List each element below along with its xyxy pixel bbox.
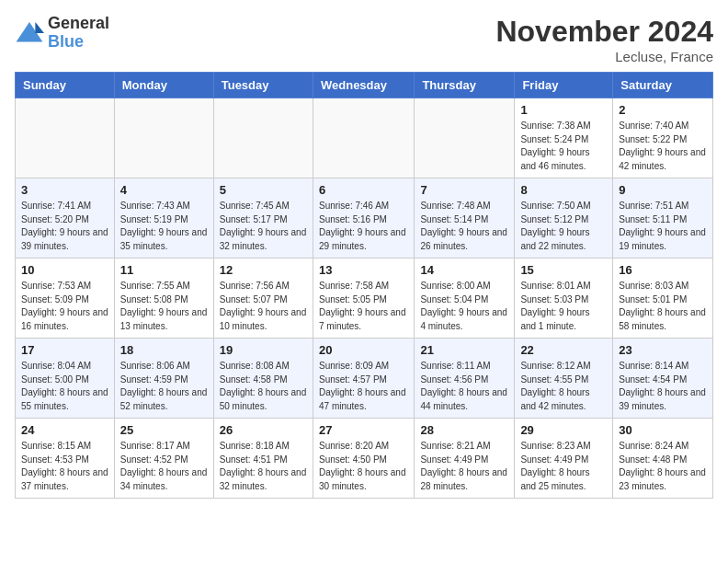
calendar-cell: 26Sunrise: 8:18 AMSunset: 4:51 PMDayligh… <box>213 419 313 499</box>
day-info: Sunrise: 7:38 AMSunset: 5:24 PMDaylight:… <box>520 120 607 173</box>
day-info: Sunrise: 8:14 AMSunset: 4:54 PMDaylight:… <box>619 360 707 413</box>
day-number: 16 <box>619 263 707 277</box>
day-info: Sunrise: 8:03 AMSunset: 5:01 PMDaylight:… <box>619 280 707 333</box>
calendar-table: SundayMondayTuesdayWednesdayThursdayFrid… <box>15 72 713 499</box>
calendar-week-4: 17Sunrise: 8:04 AMSunset: 5:00 PMDayligh… <box>16 339 713 419</box>
svg-marker-1 <box>35 22 44 33</box>
day-number: 29 <box>520 423 607 437</box>
day-info: Sunrise: 8:20 AMSunset: 4:50 PMDaylight:… <box>319 440 408 493</box>
calendar-cell: 6Sunrise: 7:46 AMSunset: 5:16 PMDaylight… <box>313 178 414 259</box>
day-info: Sunrise: 7:55 AMSunset: 5:08 PMDaylight:… <box>120 280 208 333</box>
calendar-cell: 19Sunrise: 8:08 AMSunset: 4:58 PMDayligh… <box>213 339 313 419</box>
calendar-cell: 8Sunrise: 7:50 AMSunset: 5:12 PMDaylight… <box>515 178 613 259</box>
logo-text: General Blue <box>48 15 109 52</box>
day-info: Sunrise: 7:43 AMSunset: 5:19 PMDaylight:… <box>120 200 208 253</box>
location: Lecluse, France <box>495 49 713 64</box>
calendar-week-1: 1Sunrise: 7:38 AMSunset: 5:24 PMDaylight… <box>16 98 713 178</box>
calendar-cell: 3Sunrise: 7:41 AMSunset: 5:20 PMDaylight… <box>16 178 115 259</box>
calendar-cell: 30Sunrise: 8:24 AMSunset: 4:48 PMDayligh… <box>613 419 713 499</box>
day-number: 14 <box>420 263 508 277</box>
day-info: Sunrise: 8:17 AMSunset: 4:52 PMDaylight:… <box>120 440 208 493</box>
day-number: 12 <box>220 263 307 277</box>
title-section: November 2024 Lecluse, France <box>495 15 713 64</box>
calendar-cell: 18Sunrise: 8:06 AMSunset: 4:59 PMDayligh… <box>114 339 213 419</box>
page-header: General Blue November 2024 Lecluse, Fran… <box>15 15 713 64</box>
day-number: 9 <box>619 183 707 197</box>
calendar-cell: 25Sunrise: 8:17 AMSunset: 4:52 PMDayligh… <box>114 419 213 499</box>
day-number: 26 <box>220 423 307 437</box>
day-info: Sunrise: 8:09 AMSunset: 4:57 PMDaylight:… <box>319 360 408 413</box>
day-info: Sunrise: 8:24 AMSunset: 4:48 PMDaylight:… <box>619 440 707 493</box>
day-number: 7 <box>420 183 508 197</box>
day-number: 13 <box>319 263 408 277</box>
calendar-cell: 27Sunrise: 8:20 AMSunset: 4:50 PMDayligh… <box>313 419 414 499</box>
day-info: Sunrise: 8:11 AMSunset: 4:56 PMDaylight:… <box>420 360 508 413</box>
calendar-header-monday: Monday <box>114 73 213 98</box>
calendar-cell <box>313 98 414 178</box>
calendar-cell: 11Sunrise: 7:55 AMSunset: 5:08 PMDayligh… <box>114 259 213 339</box>
calendar-header-saturday: Saturday <box>613 73 713 98</box>
day-number: 4 <box>120 183 208 197</box>
day-number: 1 <box>520 103 607 117</box>
day-info: Sunrise: 7:50 AMSunset: 5:12 PMDaylight:… <box>520 200 607 253</box>
calendar-cell: 21Sunrise: 8:11 AMSunset: 4:56 PMDayligh… <box>415 339 515 419</box>
calendar-cell: 10Sunrise: 7:53 AMSunset: 5:09 PMDayligh… <box>16 259 115 339</box>
calendar-header-row: SundayMondayTuesdayWednesdayThursdayFrid… <box>16 73 713 98</box>
calendar-cell <box>213 98 313 178</box>
calendar-cell <box>415 98 515 178</box>
calendar-cell: 23Sunrise: 8:14 AMSunset: 4:54 PMDayligh… <box>613 339 713 419</box>
calendar-cell <box>16 98 115 178</box>
logo: General Blue <box>15 15 109 52</box>
day-info: Sunrise: 7:41 AMSunset: 5:20 PMDaylight:… <box>21 200 108 253</box>
day-info: Sunrise: 8:23 AMSunset: 4:49 PMDaylight:… <box>520 440 607 493</box>
calendar-cell: 24Sunrise: 8:15 AMSunset: 4:53 PMDayligh… <box>16 419 115 499</box>
day-number: 6 <box>319 183 408 197</box>
day-info: Sunrise: 8:08 AMSunset: 4:58 PMDaylight:… <box>220 360 307 413</box>
day-info: Sunrise: 7:56 AMSunset: 5:07 PMDaylight:… <box>220 280 307 333</box>
day-number: 25 <box>120 423 208 437</box>
calendar-cell: 28Sunrise: 8:21 AMSunset: 4:49 PMDayligh… <box>415 419 515 499</box>
logo-general: General <box>48 15 109 33</box>
calendar-header-tuesday: Tuesday <box>213 73 313 98</box>
day-info: Sunrise: 8:12 AMSunset: 4:55 PMDaylight:… <box>520 360 607 413</box>
logo-blue: Blue <box>48 33 109 52</box>
calendar-cell: 4Sunrise: 7:43 AMSunset: 5:19 PMDaylight… <box>114 178 213 259</box>
day-number: 15 <box>520 263 607 277</box>
day-info: Sunrise: 7:46 AMSunset: 5:16 PMDaylight:… <box>319 200 408 253</box>
calendar-header-sunday: Sunday <box>16 73 115 98</box>
day-number: 17 <box>21 343 108 357</box>
day-number: 19 <box>220 343 307 357</box>
calendar-cell: 16Sunrise: 8:03 AMSunset: 5:01 PMDayligh… <box>613 259 713 339</box>
calendar-cell: 22Sunrise: 8:12 AMSunset: 4:55 PMDayligh… <box>515 339 613 419</box>
calendar-header-wednesday: Wednesday <box>313 73 414 98</box>
day-number: 24 <box>21 423 108 437</box>
logo-icon <box>15 18 44 48</box>
day-info: Sunrise: 7:58 AMSunset: 5:05 PMDaylight:… <box>319 280 408 333</box>
day-info: Sunrise: 7:51 AMSunset: 5:11 PMDaylight:… <box>619 200 707 253</box>
calendar-cell: 1Sunrise: 7:38 AMSunset: 5:24 PMDaylight… <box>515 98 613 178</box>
calendar-week-2: 3Sunrise: 7:41 AMSunset: 5:20 PMDaylight… <box>16 178 713 259</box>
calendar-cell: 13Sunrise: 7:58 AMSunset: 5:05 PMDayligh… <box>313 259 414 339</box>
calendar-week-3: 10Sunrise: 7:53 AMSunset: 5:09 PMDayligh… <box>16 259 713 339</box>
day-number: 3 <box>21 183 108 197</box>
calendar-header-friday: Friday <box>515 73 613 98</box>
day-number: 27 <box>319 423 408 437</box>
calendar-cell: 2Sunrise: 7:40 AMSunset: 5:22 PMDaylight… <box>613 98 713 178</box>
day-number: 18 <box>120 343 208 357</box>
calendar-cell: 7Sunrise: 7:48 AMSunset: 5:14 PMDaylight… <box>415 178 515 259</box>
calendar-cell <box>114 98 213 178</box>
calendar-cell: 5Sunrise: 7:45 AMSunset: 5:17 PMDaylight… <box>213 178 313 259</box>
calendar-week-5: 24Sunrise: 8:15 AMSunset: 4:53 PMDayligh… <box>16 419 713 499</box>
day-number: 23 <box>619 343 707 357</box>
calendar-cell: 20Sunrise: 8:09 AMSunset: 4:57 PMDayligh… <box>313 339 414 419</box>
day-info: Sunrise: 7:45 AMSunset: 5:17 PMDaylight:… <box>220 200 307 253</box>
day-number: 20 <box>319 343 408 357</box>
calendar-cell: 12Sunrise: 7:56 AMSunset: 5:07 PMDayligh… <box>213 259 313 339</box>
day-number: 8 <box>520 183 607 197</box>
day-info: Sunrise: 8:15 AMSunset: 4:53 PMDaylight:… <box>21 440 108 493</box>
day-info: Sunrise: 8:00 AMSunset: 5:04 PMDaylight:… <box>420 280 508 333</box>
day-number: 21 <box>420 343 508 357</box>
day-number: 28 <box>420 423 508 437</box>
day-info: Sunrise: 8:04 AMSunset: 5:00 PMDaylight:… <box>21 360 108 413</box>
day-number: 30 <box>619 423 707 437</box>
